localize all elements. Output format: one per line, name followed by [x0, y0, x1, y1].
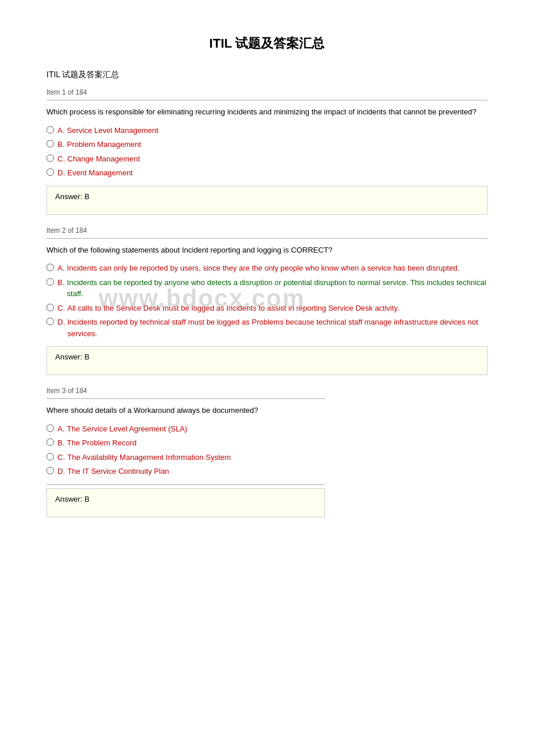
option-1-d[interactable]: D. Event Management: [46, 167, 488, 179]
text-3-c: The Availability Management Information …: [67, 452, 231, 463]
divider-4: [46, 484, 325, 485]
item-label-3: Item 3 of 184: [46, 387, 488, 395]
options-list-2: A. Incidents can only be reported by use…: [46, 262, 488, 339]
text-2-d: Incidents reported by technical staff mu…: [67, 316, 488, 339]
answer-box-1: Answer: B: [46, 186, 488, 215]
text-3-d: The IT Service Continuity Plan: [67, 466, 169, 477]
option-3-c[interactable]: C. The Availability Management Informati…: [46, 452, 488, 463]
question-text-2: Which of the following statements about …: [46, 244, 488, 256]
radio-3-d: [46, 467, 54, 474]
text-1-c: Change Management: [67, 153, 140, 165]
text-1-b: Problem Management: [67, 139, 141, 150]
text-1-d: Event Management: [67, 167, 133, 179]
option-2-c[interactable]: C. All calls to the Service Desk must be…: [46, 303, 488, 314]
text-2-c: All calls to the Service Desk must be lo…: [67, 303, 399, 314]
text-3-b: The Problem Record: [67, 437, 136, 449]
option-1-a[interactable]: A. Service Level Management: [46, 125, 488, 136]
text-1-a: Service Level Management: [67, 125, 158, 136]
answer-box-2: Answer: B: [46, 346, 488, 375]
option-2-b[interactable]: B. Incidents can be reported by anyone w…: [46, 277, 488, 300]
radio-2-a: [46, 264, 54, 271]
letter-3-b: B.: [57, 437, 64, 449]
letter-2-b: B.: [57, 277, 64, 289]
radio-3-a: [46, 424, 54, 432]
options-list-1: A. Service Level Management B. Problem M…: [46, 125, 488, 179]
radio-2-c: [46, 304, 54, 311]
text-2-a: Incidents can only be reported by users,…: [67, 262, 459, 274]
option-1-b[interactable]: B. Problem Management: [46, 139, 488, 150]
letter-1-a: A.: [57, 125, 64, 136]
item-block-1: Item 1 of 184 Which process is responsib…: [46, 88, 488, 215]
radio-1-c: [46, 154, 54, 162]
letter-1-c: C.: [57, 153, 65, 165]
radio-3-c: [46, 453, 54, 460]
item-block-3: Item 3 of 184 Where should details of a …: [46, 387, 488, 517]
radio-1-b: [46, 140, 54, 147]
item-block-2: Item 2 of 184 Which of the following sta…: [46, 226, 488, 376]
section-heading: ITIL 试题及答案汇总: [46, 70, 488, 80]
radio-1-d: [46, 168, 54, 176]
question-text-3: Where should details of a Workaround alw…: [46, 405, 488, 416]
item-label-1: Item 1 of 184: [46, 88, 488, 96]
page-title: ITIL 试题及答案汇总: [46, 35, 488, 52]
option-2-a[interactable]: A. Incidents can only be reported by use…: [46, 262, 488, 274]
letter-2-c: C.: [57, 303, 65, 314]
answer-box-3: Answer: B: [46, 488, 325, 517]
question-text-1: Which process is responsible for elimina…: [46, 106, 488, 118]
letter-3-d: D.: [57, 466, 65, 477]
radio-1-a: [46, 126, 54, 134]
letter-2-d: D.: [57, 316, 65, 328]
radio-2-d: [46, 318, 54, 325]
letter-3-a: A.: [57, 423, 64, 435]
letter-2-a: A.: [57, 262, 64, 274]
letter-1-b: B.: [57, 139, 64, 150]
text-3-a: The Service Level Agreement (SLA): [67, 423, 187, 435]
item-label-2: Item 2 of 184: [46, 226, 488, 235]
radio-2-b: [46, 278, 54, 286]
text-2-b: Incidents can be reported by anyone who …: [67, 277, 488, 300]
options-list-3: A. The Service Level Agreement (SLA) B. …: [46, 423, 488, 477]
radio-3-b: [46, 438, 54, 446]
option-3-d[interactable]: D. The IT Service Continuity Plan: [46, 466, 488, 477]
option-3-a[interactable]: A. The Service Level Agreement (SLA): [46, 423, 488, 435]
letter-1-d: D.: [57, 167, 65, 179]
option-3-b[interactable]: B. The Problem Record: [46, 437, 488, 449]
divider-3: [46, 398, 325, 399]
option-2-d[interactable]: D. Incidents reported by technical staff…: [46, 316, 488, 339]
option-1-c[interactable]: C. Change Management: [46, 153, 488, 165]
divider-2: [46, 238, 488, 239]
divider-1: [46, 100, 488, 100]
letter-3-c: C.: [57, 452, 65, 463]
